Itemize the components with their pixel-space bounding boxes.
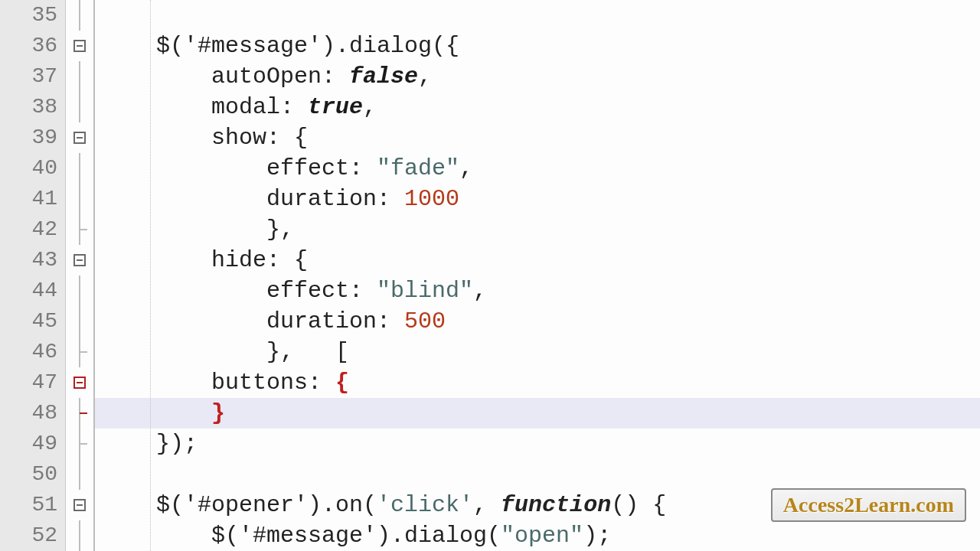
fold-cell[interactable]: [66, 61, 93, 92]
code-line[interactable]: });: [95, 429, 980, 459]
fold-column[interactable]: [66, 0, 95, 551]
fold-cell[interactable]: [66, 245, 93, 276]
line-number: 37: [0, 61, 65, 92]
line-number: 45: [0, 306, 65, 337]
line-number: 46: [0, 337, 65, 367]
fold-collapse-icon[interactable]: [74, 254, 86, 266]
line-number: 44: [0, 276, 65, 306]
fold-cell[interactable]: [66, 92, 93, 122]
fold-cell[interactable]: [66, 214, 93, 245]
line-number: 41: [0, 184, 65, 214]
code-line[interactable]: modal: true,: [95, 92, 980, 122]
line-number: 51: [0, 490, 65, 520]
line-number: 40: [0, 153, 65, 184]
fold-cell[interactable]: [66, 276, 93, 306]
code-editor: 353637383940414243444546474849505152 $('…: [0, 0, 980, 551]
code-line[interactable]: $('#message').dialog({: [95, 31, 980, 61]
watermark-badge: Access2Learn.com: [771, 488, 966, 522]
code-line[interactable]: }: [95, 398, 980, 429]
code-area[interactable]: $('#message').dialog({ autoOpen: false, …: [95, 0, 980, 551]
fold-cell[interactable]: [66, 306, 93, 337]
fold-cell[interactable]: [66, 153, 93, 184]
line-number: 50: [0, 459, 65, 490]
line-number: 48: [0, 398, 65, 429]
fold-collapse-icon[interactable]: [74, 40, 86, 52]
fold-cell[interactable]: [66, 0, 93, 31]
code-line[interactable]: [95, 0, 980, 31]
code-line[interactable]: hide: {: [95, 245, 980, 276]
line-number: 38: [0, 92, 65, 122]
code-line[interactable]: autoOpen: false,: [95, 61, 980, 92]
fold-collapse-icon[interactable]: [74, 377, 86, 389]
line-number-gutter: 353637383940414243444546474849505152: [0, 0, 66, 551]
code-line[interactable]: $('#message').dialog("open");: [95, 520, 980, 551]
code-line[interactable]: effect: "fade",: [95, 153, 980, 184]
fold-cell[interactable]: [66, 122, 93, 153]
line-number: 42: [0, 214, 65, 245]
code-line[interactable]: buttons: {: [95, 367, 980, 398]
code-line[interactable]: effect: "blind",: [95, 276, 980, 306]
line-number: 47: [0, 367, 65, 398]
fold-collapse-icon[interactable]: [74, 499, 86, 511]
code-line[interactable]: duration: 1000: [95, 184, 980, 214]
line-number: 52: [0, 520, 65, 551]
fold-cell[interactable]: [66, 31, 93, 61]
fold-collapse-icon[interactable]: [74, 132, 86, 144]
fold-cell[interactable]: [66, 337, 93, 367]
fold-cell[interactable]: [66, 184, 93, 214]
code-line[interactable]: }, [: [95, 337, 980, 367]
code-line[interactable]: },: [95, 214, 980, 245]
code-line[interactable]: duration: 500: [95, 306, 980, 337]
fold-cell[interactable]: [66, 459, 93, 490]
code-line[interactable]: [95, 459, 980, 490]
fold-cell[interactable]: [66, 490, 93, 520]
line-number: 36: [0, 31, 65, 61]
line-number: 35: [0, 0, 65, 31]
code-line[interactable]: show: {: [95, 122, 980, 153]
fold-cell[interactable]: [66, 520, 93, 551]
fold-cell[interactable]: [66, 429, 93, 459]
line-number: 43: [0, 245, 65, 276]
line-number: 39: [0, 122, 65, 153]
fold-cell[interactable]: [66, 367, 93, 398]
fold-cell[interactable]: [66, 398, 93, 429]
line-number: 49: [0, 429, 65, 459]
